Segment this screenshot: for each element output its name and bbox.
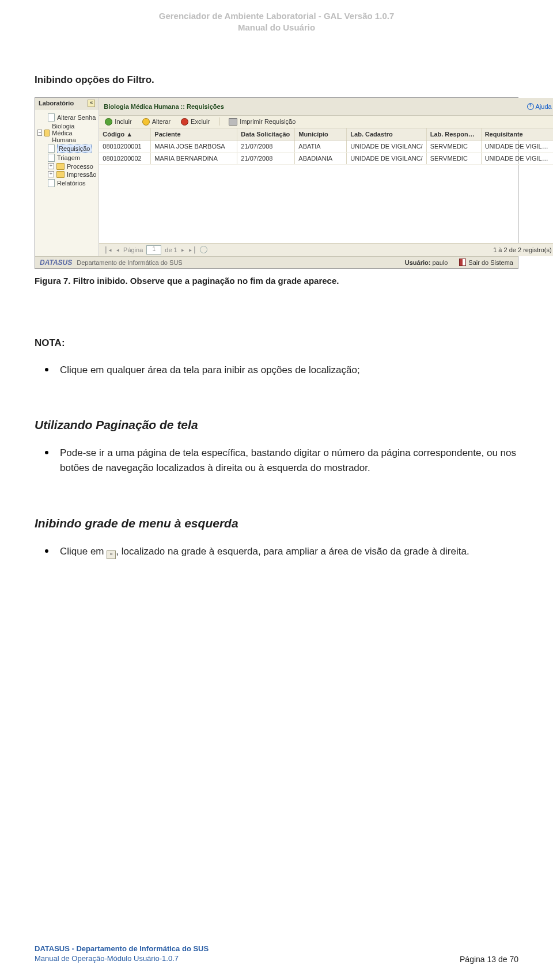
- delete-circle-icon: [181, 118, 188, 126]
- refresh-icon[interactable]: [200, 246, 207, 253]
- col-paciente[interactable]: Paciente: [151, 128, 237, 140]
- grid-header: Código ▲ Paciente Data Solicitação Munic…: [99, 128, 553, 140]
- logout-button[interactable]: Sair do Sistema: [459, 259, 513, 266]
- nota-bullet: Clique em qualquer área da tela para ini…: [43, 363, 518, 378]
- running-header: Gerenciador de Ambiente Laboratorial - G…: [35, 0, 518, 34]
- page-total: de 1: [165, 246, 177, 253]
- edit-circle-icon: [142, 118, 150, 126]
- col-codigo[interactable]: Código ▲: [99, 128, 151, 140]
- page-prev-button[interactable]: ◂: [116, 246, 120, 254]
- imprimir-button[interactable]: Imprimir Requisição: [228, 117, 297, 126]
- tree-item-requisicao[interactable]: Requisição: [37, 144, 96, 153]
- pagination-bar: |◂ ◂ Página 1 de 1 ▸ ▸| 1 à 2 de 2 regis…: [99, 243, 553, 256]
- header-line2: Manual do Usuário: [35, 22, 518, 33]
- printer-icon: [229, 118, 237, 126]
- inibindo-bullet: Clique em «, localizado na grade à esque…: [43, 544, 518, 559]
- figure-caption: Figura 7. Filtro inibido. Observe que a …: [35, 276, 518, 286]
- section-title-2: Utilizando Paginação de tela: [35, 418, 518, 432]
- section-title-3: Inibindo grade de menu à esquerda: [35, 516, 518, 530]
- footer-doc: Manual de Operação-Módulo Usuário-1.0.7: [35, 954, 209, 964]
- exit-icon: [459, 259, 466, 266]
- collapse-icon: «: [107, 550, 116, 559]
- minus-icon: −: [37, 130, 42, 136]
- tree-item-biologia[interactable]: −Biologia Médica Humana: [37, 122, 96, 144]
- footer-page-number: Página 13 de 70: [460, 955, 518, 964]
- help-link[interactable]: ?Ajuda: [527, 103, 552, 110]
- paginacao-bullet: Pode-se ir a uma página de tela específi…: [43, 446, 518, 476]
- col-municipio[interactable]: Município: [295, 128, 347, 140]
- col-labcad[interactable]: Lab. Cadastro: [347, 128, 426, 140]
- page-icon: [48, 113, 55, 121]
- footer-dept: Departamento de Informática do SUS: [77, 259, 182, 266]
- screenshot-figure: Laboratório « Alterar Senha −Biologia Mé…: [35, 97, 518, 269]
- tree-item-relatorios[interactable]: Relatórios: [37, 178, 96, 188]
- incluir-button[interactable]: Incluir: [104, 117, 132, 126]
- col-labresp[interactable]: Lab. Responsável: [427, 128, 482, 140]
- plus-circle-icon: [105, 118, 112, 126]
- page-last-button[interactable]: ▸|: [188, 246, 196, 254]
- plus-icon: +: [48, 171, 54, 177]
- page-first-button[interactable]: |◂: [104, 246, 112, 254]
- page-icon: [48, 179, 55, 187]
- nota-label: NOTA:: [35, 337, 518, 349]
- section-title-1: Inibindo opções do Filtro.: [35, 74, 518, 86]
- page-label: Página: [123, 246, 143, 253]
- folder-icon: [56, 171, 65, 178]
- col-requisitante[interactable]: Requisitante: [482, 128, 553, 140]
- footer-org: DATASUS - Departamento de Informática do…: [35, 944, 209, 954]
- page-status: 1 à 2 de 2 registro(s): [493, 246, 552, 253]
- excluir-button[interactable]: Excluir: [180, 117, 211, 126]
- page-next-button[interactable]: ▸: [181, 246, 185, 254]
- tree-item-processo[interactable]: +Processo: [37, 162, 96, 170]
- help-icon: ?: [527, 103, 534, 110]
- breadcrumb: Biologia Médica Humana :: Requisições: [104, 103, 224, 110]
- user-label: Usuário:: [405, 259, 433, 266]
- folder-icon: [56, 163, 65, 170]
- tree-item-alterar-senha[interactable]: Alterar Senha: [37, 113, 96, 122]
- folder-icon: [44, 130, 50, 136]
- tree-item-triagem[interactable]: Triagem: [37, 153, 96, 162]
- sidebar-collapse-icon[interactable]: «: [88, 100, 95, 107]
- table-row[interactable]: 08010200002 MARIA BERNARDINA 21/07/2008 …: [99, 153, 553, 165]
- nav-tree: Alterar Senha −Biologia Médica Humana Re…: [35, 109, 99, 191]
- plus-icon: +: [48, 163, 54, 169]
- footer-left: DATASUS - Departamento de Informática do…: [35, 944, 209, 964]
- tree-item-impressao[interactable]: +Impressão: [37, 170, 96, 178]
- table-row[interactable]: 08010200001 MARIA JOSE BARBOSA 21/07/200…: [99, 140, 553, 153]
- page-icon: [48, 154, 55, 162]
- header-line1: Gerenciador de Ambiente Laboratorial - G…: [35, 10, 518, 22]
- page-number-input[interactable]: 1: [146, 245, 161, 255]
- datasus-logo: DATASUS: [40, 259, 72, 267]
- sidebar-title: Laboratório: [39, 100, 74, 107]
- page-icon: [48, 145, 55, 153]
- alterar-button[interactable]: Alterar: [141, 117, 172, 126]
- user-name: paulo: [432, 259, 448, 266]
- col-data[interactable]: Data Solicitação: [237, 128, 295, 140]
